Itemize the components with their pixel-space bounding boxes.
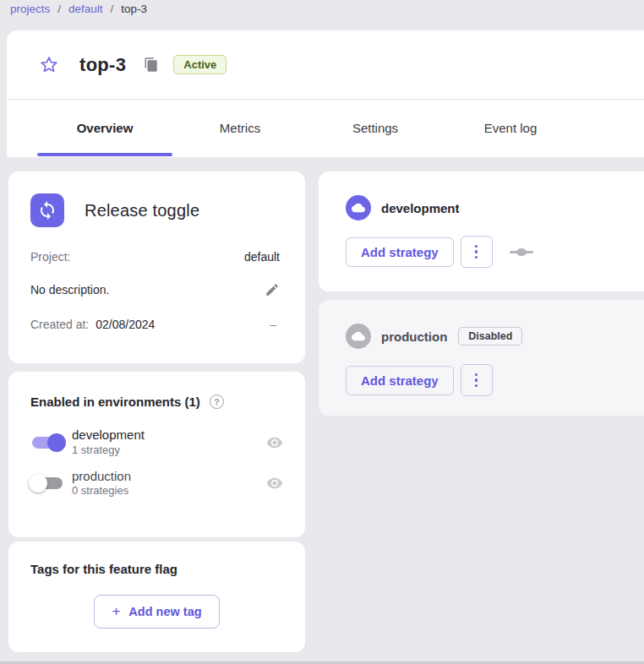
production-toggle[interactable]	[30, 475, 64, 492]
description-row: No description.	[30, 282, 280, 297]
enabled-environments-card: Enabled in environments (1) ? developmen…	[8, 372, 305, 537]
environment-name: development	[72, 427, 266, 444]
development-toggle[interactable]	[30, 434, 64, 451]
breadcrumb-separator: /	[111, 3, 114, 15]
breadcrumb: projects / default / top-3	[10, 3, 147, 15]
breadcrumb-current: top-3	[121, 3, 147, 15]
environment-panel-name: production	[381, 329, 447, 344]
environment-panel-actions: Add strategy	[346, 236, 644, 268]
breadcrumb-link-default[interactable]: default	[68, 3, 103, 15]
flag-tabs: Overview Metrics Settings Event log	[7, 100, 644, 156]
environment-panel-development: development Add strategy	[319, 171, 644, 291]
disabled-badge: Disabled	[458, 327, 522, 346]
enabled-environments-header: Enabled in environments (1) ?	[30, 395, 283, 409]
breadcrumb-link-projects[interactable]: projects	[10, 3, 50, 15]
more-actions-kebab-button[interactable]	[461, 236, 493, 268]
tab-label: Metrics	[220, 121, 260, 135]
flag-type-row: Release toggle	[30, 193, 280, 227]
tab-settings[interactable]: Settings	[308, 100, 443, 156]
environment-toggle-row-development: development 1 strategy	[30, 427, 283, 458]
copy-icon[interactable]	[144, 57, 159, 73]
visibility-eye-icon[interactable]	[266, 475, 283, 492]
environment-toggle-row-production: production 0 strategies	[30, 469, 283, 499]
add-strategy-button[interactable]: Add strategy	[346, 366, 454, 395]
environment-panel-production: production Disabled Add strategy	[319, 300, 644, 416]
status-badge: Active	[173, 55, 226, 74]
tab-overview[interactable]: Overview	[37, 100, 172, 156]
strategy-count: 1 strategy	[72, 444, 266, 458]
created-at-value: 02/08/2024	[96, 318, 155, 331]
cloud-environment-icon	[346, 324, 371, 349]
enabled-environments-title: Enabled in environments (1)	[30, 395, 200, 409]
add-new-tag-label: Add new tag	[128, 605, 201, 618]
more-actions-kebab-button[interactable]	[461, 364, 493, 396]
flag-header-card: top-3 Active Overview Metrics Settings E…	[7, 30, 644, 157]
tags-card-title: Tags for this feature flag	[30, 562, 283, 576]
project-label: Project:	[30, 250, 70, 264]
project-value: default	[244, 250, 280, 264]
environment-panel-header: development	[346, 195, 644, 220]
created-at-row: Created at: 02/08/2024 –	[30, 318, 280, 331]
breadcrumb-separator: /	[57, 3, 61, 15]
tab-label: Settings	[352, 121, 398, 135]
flag-title-row: top-3 Active	[7, 30, 644, 100]
empty-value-dash: –	[270, 318, 280, 331]
cloud-environment-icon	[346, 195, 371, 220]
tags-card: Tags for this feature flag + Add new tag	[8, 542, 305, 652]
visibility-eye-icon[interactable]	[266, 434, 283, 451]
plus-icon: +	[112, 603, 120, 620]
help-icon[interactable]: ?	[210, 395, 224, 409]
tab-label: Event log	[484, 121, 538, 135]
add-new-tag-button[interactable]: + Add new tag	[94, 595, 219, 629]
environment-panel-actions: Add strategy	[346, 364, 644, 396]
created-at-label: Created at:	[30, 318, 89, 331]
active-tab-underline	[37, 153, 172, 156]
add-strategy-button[interactable]: Add strategy	[346, 237, 454, 267]
flag-details-card: Release toggle Project: default No descr…	[8, 171, 305, 363]
environment-panel-header: production Disabled	[346, 324, 644, 349]
description-text: No description.	[30, 283, 109, 297]
toggle-thumb	[47, 433, 66, 452]
release-toggle-icon	[30, 193, 64, 227]
environment-name: production	[72, 469, 266, 485]
edit-description-icon[interactable]	[265, 282, 280, 297]
tab-metrics[interactable]: Metrics	[172, 100, 308, 156]
project-row: Project: default	[30, 250, 280, 264]
toggle-thumb	[29, 474, 47, 493]
tab-label: Overview	[77, 121, 134, 135]
collapse-indicator-icon[interactable]	[510, 247, 533, 257]
tab-event-log[interactable]: Event log	[443, 100, 578, 156]
favorite-star-icon[interactable]	[39, 55, 59, 75]
page-title: top-3	[79, 54, 126, 76]
strategy-count: 0 strategies	[72, 484, 266, 498]
environment-panel-name: development	[381, 201, 460, 215]
flag-type-label: Release toggle	[85, 201, 199, 220]
